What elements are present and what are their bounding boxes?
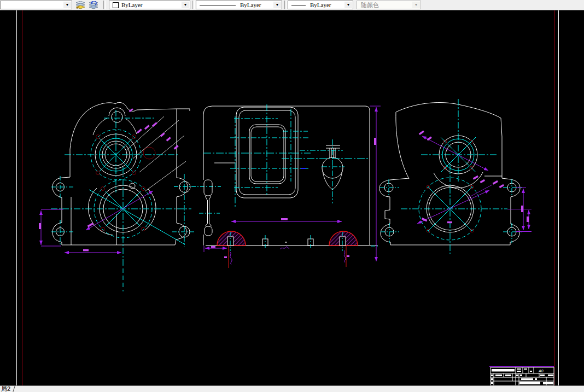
top-view [199, 104, 381, 268]
color-swatch [113, 2, 119, 8]
side-view [379, 99, 532, 254]
tab-edge [13, 386, 15, 392]
lineweight-control[interactable]: ByLayer ▼ [288, 1, 353, 9]
toolbar-separator [192, 1, 195, 9]
section-hatch-boss [217, 231, 358, 245]
layers-undo-icon [89, 1, 98, 9]
linetype-sample [200, 5, 236, 5]
layers-pencil-icon [76, 1, 85, 9]
color-value: ByLayer [121, 2, 142, 8]
layer-dropdown[interactable]: ▼ [0, 1, 72, 9]
cad-application: { "toolbar": { "layer_value": "", "color… [0, 0, 584, 392]
linetype-control[interactable]: ByLayer ▼ [196, 1, 282, 9]
layout-tab-bar: 局2 [0, 385, 584, 392]
lineweight-value: ByLayer [310, 2, 331, 8]
drawing-canvas[interactable]: A0 [0, 10, 584, 385]
make-object-layer-current-button[interactable] [74, 0, 87, 10]
toolbar-separator [103, 1, 106, 9]
layout-tab[interactable]: 局2 [1, 386, 10, 392]
chevron-down-icon[interactable]: ▼ [63, 2, 71, 8]
title-block-text-marks [491, 368, 553, 384]
lineweight-sample [291, 5, 306, 5]
dimension-text-marks [39, 108, 179, 251]
chevron-down-icon[interactable]: ▼ [344, 2, 352, 8]
gearbox-housing-drawing: A0 [0, 10, 584, 385]
properties-toolbar: ▼ ByLayer ▼ ByLayer ▼ ByLayer [0, 0, 584, 10]
color-control[interactable]: ByLayer ▼ [109, 1, 190, 9]
linetype-value: ByLayer [240, 2, 261, 8]
chevron-down-icon: ▼ [412, 2, 420, 8]
toolbar-separator [284, 1, 287, 9]
title-block: A0 [489, 367, 554, 386]
plot-style-control: 随颜色 ▼ [357, 1, 421, 9]
plot-style-value: 随颜色 [361, 1, 379, 9]
front-view [39, 102, 221, 291]
chevron-down-icon[interactable]: ▼ [182, 2, 189, 8]
paper-size-label: A0 [538, 369, 544, 373]
layer-previous-button[interactable] [87, 0, 100, 10]
chevron-down-icon[interactable]: ▼ [273, 2, 281, 8]
